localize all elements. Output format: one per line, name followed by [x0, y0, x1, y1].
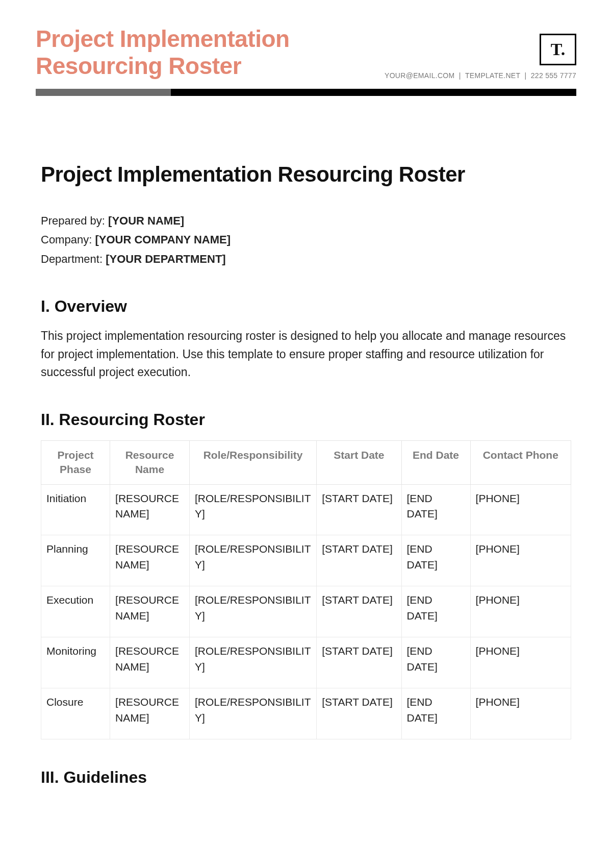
meta-company: Company: [YOUR COMPANY NAME]	[41, 230, 571, 249]
th-role-responsibility: Role/Responsibility	[189, 440, 316, 484]
header-title-line2: Resourcing Roster	[36, 53, 385, 80]
cell-role: [ROLE/RESPONSIBILITY]	[189, 484, 316, 535]
th-start-date: Start Date	[317, 440, 401, 484]
meta-prepared-by: Prepared by: [YOUR NAME]	[41, 211, 571, 230]
section-heading-guidelines: III. Guidelines	[41, 768, 571, 787]
cell-role: [ROLE/RESPONSIBILITY]	[189, 586, 316, 637]
header-contact-line: YOUR@EMAIL.COM | TEMPLATE.NET | 222 555 …	[385, 71, 576, 80]
cell-end-date: [END DATE]	[401, 586, 470, 637]
cell-contact-phone: [PHONE]	[470, 586, 571, 637]
cell-role: [ROLE/RESPONSIBILITY]	[189, 637, 316, 688]
cell-start-date: [START DATE]	[317, 535, 401, 586]
cell-end-date: [END DATE]	[401, 535, 470, 586]
th-contact-phone: Contact Phone	[470, 440, 571, 484]
brand-logo: T.	[540, 34, 576, 65]
cell-start-date: [START DATE]	[317, 484, 401, 535]
cell-start-date: [START DATE]	[317, 688, 401, 739]
cell-phase: Planning	[41, 535, 110, 586]
cell-phase: Closure	[41, 688, 110, 739]
cell-end-date: [END DATE]	[401, 688, 470, 739]
overview-body-text: This project implementation resourcing r…	[41, 327, 571, 382]
header-divider	[36, 89, 576, 96]
department-value: [YOUR DEPARTMENT]	[106, 253, 225, 265]
cell-resource-name: [RESOURCE NAME]	[110, 688, 190, 739]
company-label: Company:	[41, 233, 95, 246]
cell-role: [ROLE/RESPONSIBILITY]	[189, 535, 316, 586]
table-body: Initiation [RESOURCE NAME] [ROLE/RESPONS…	[41, 484, 571, 739]
th-resource-name: Resource Name	[110, 440, 190, 484]
resourcing-roster-table: Project Phase Resource Name Role/Respons…	[41, 440, 571, 739]
cell-start-date: [START DATE]	[317, 586, 401, 637]
divider-segment-black	[171, 89, 576, 96]
th-project-phase: Project Phase	[41, 440, 110, 484]
page-title: Project Implementation Resourcing Roster	[41, 162, 571, 187]
table-row: Planning [RESOURCE NAME] [ROLE/RESPONSIB…	[41, 535, 571, 586]
cell-role: [ROLE/RESPONSIBILITY]	[189, 688, 316, 739]
document-page: Project Implementation Resourcing Roster…	[0, 0, 612, 787]
cell-resource-name: [RESOURCE NAME]	[110, 535, 190, 586]
table-row: Monitoring [RESOURCE NAME] [ROLE/RESPONS…	[41, 637, 571, 688]
company-value: [YOUR COMPANY NAME]	[95, 233, 231, 246]
document-body: Project Implementation Resourcing Roster…	[36, 96, 576, 787]
table-row: Execution [RESOURCE NAME] [ROLE/RESPONSI…	[41, 586, 571, 637]
contact-email: YOUR@EMAIL.COM	[385, 71, 454, 80]
cell-contact-phone: [PHONE]	[470, 637, 571, 688]
header-title-line1: Project Implementation	[36, 26, 385, 53]
contact-phone: 222 555 7777	[531, 71, 576, 80]
prepared-by-label: Prepared by:	[41, 214, 108, 227]
contact-site: TEMPLATE.NET	[465, 71, 520, 80]
cell-contact-phone: [PHONE]	[470, 535, 571, 586]
table-header-row: Project Phase Resource Name Role/Respons…	[41, 440, 571, 484]
section-heading-roster: II. Resourcing Roster	[41, 410, 571, 429]
department-label: Department:	[41, 253, 106, 265]
table-row: Initiation [RESOURCE NAME] [ROLE/RESPONS…	[41, 484, 571, 535]
brand-logo-text: T.	[551, 40, 566, 59]
th-end-date: End Date	[401, 440, 470, 484]
meta-department: Department: [YOUR DEPARTMENT]	[41, 250, 571, 268]
document-header: Project Implementation Resourcing Roster…	[36, 26, 576, 89]
header-title-block: Project Implementation Resourcing Roster	[36, 26, 385, 80]
cell-end-date: [END DATE]	[401, 484, 470, 535]
cell-resource-name: [RESOURCE NAME]	[110, 484, 190, 535]
cell-resource-name: [RESOURCE NAME]	[110, 637, 190, 688]
cell-contact-phone: [PHONE]	[470, 688, 571, 739]
table-row: Closure [RESOURCE NAME] [ROLE/RESPONSIBI…	[41, 688, 571, 739]
cell-resource-name: [RESOURCE NAME]	[110, 586, 190, 637]
section-heading-overview: I. Overview	[41, 297, 571, 316]
divider-segment-gray	[36, 89, 171, 96]
cell-start-date: [START DATE]	[317, 637, 401, 688]
prepared-by-value: [YOUR NAME]	[108, 214, 184, 227]
cell-end-date: [END DATE]	[401, 637, 470, 688]
header-right-block: T. YOUR@EMAIL.COM | TEMPLATE.NET | 222 5…	[385, 34, 576, 80]
cell-phase: Initiation	[41, 484, 110, 535]
cell-phase: Execution	[41, 586, 110, 637]
cell-phase: Monitoring	[41, 637, 110, 688]
cell-contact-phone: [PHONE]	[470, 484, 571, 535]
